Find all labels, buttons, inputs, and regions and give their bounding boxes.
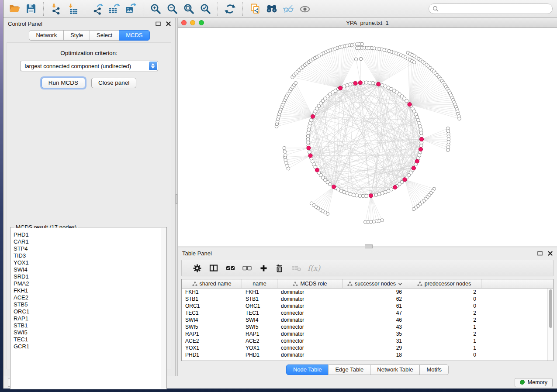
show-all-icon[interactable]	[297, 1, 313, 16]
cell-successor-nodes[interactable]: 35	[343, 331, 407, 337]
cell-successor-nodes[interactable]: 46	[343, 317, 407, 323]
cell-MCDS-role[interactable]: dominator	[277, 317, 343, 323]
deselect-all-icon[interactable]	[239, 265, 255, 271]
optimization-criterion-select[interactable]: largest connected component (undirected)	[20, 61, 158, 71]
cell-successor-nodes[interactable]: 96	[343, 289, 407, 295]
tab-select[interactable]: Select	[90, 30, 119, 41]
table-panel-divider[interactable]	[178, 246, 557, 248]
select-all-icon[interactable]	[222, 265, 239, 271]
cell-MCDS-role[interactable]: dominator	[277, 303, 343, 309]
table-row[interactable]: SWI4SWI4dominator462	[182, 316, 547, 323]
cell-shared-name[interactable]: ACE2	[182, 338, 242, 344]
delete-table-icon[interactable]	[288, 265, 305, 272]
cell-name[interactable]: PHD1	[242, 352, 277, 358]
network-canvas[interactable]	[178, 28, 557, 247]
network-window-titlebar[interactable]: YPA_prune.txt_1	[178, 18, 557, 28]
import-network-icon[interactable]	[48, 1, 64, 16]
find-icon[interactable]	[263, 1, 280, 16]
cell-predecessor-nodes[interactable]: 1	[407, 345, 481, 351]
mcds-result-item[interactable]: ORC1	[14, 308, 161, 315]
clone-network-icon[interactable]	[247, 1, 263, 16]
cell-predecessor-nodes[interactable]: 0	[407, 303, 481, 309]
refresh-layout-icon[interactable]	[222, 1, 239, 16]
table-row[interactable]: ORC1ORC1dominator610	[182, 303, 547, 309]
cell-name[interactable]: SWI5	[242, 324, 277, 330]
cell-predecessor-nodes[interactable]: 1	[407, 338, 481, 344]
mcds-result-item[interactable]: SRD1	[14, 273, 161, 280]
tab-style[interactable]: Style	[63, 30, 90, 41]
cell-predecessor-nodes[interactable]: 0	[407, 352, 481, 358]
cell-successor-nodes[interactable]: 43	[343, 324, 407, 330]
table-row[interactable]: ACE2ACE2connector311	[182, 337, 547, 344]
tab-network[interactable]: Network	[29, 30, 64, 41]
column-header-MCDS-role[interactable]: MCDS role	[277, 279, 343, 288]
cell-MCDS-role[interactable]: dominator	[277, 331, 343, 337]
table-row[interactable]: STB1STB1dominator620	[182, 296, 547, 303]
cell-MCDS-role[interactable]: dominator	[277, 352, 343, 358]
mcds-result-item[interactable]: FKH1	[14, 287, 161, 294]
memory-button[interactable]: Memory	[515, 378, 553, 387]
cell-predecessor-nodes[interactable]: 2	[407, 310, 481, 316]
table-row[interactable]: SWI5SWI5connector431	[182, 323, 547, 330]
search-input[interactable]	[441, 6, 549, 12]
cell-name[interactable]: STB1	[242, 296, 277, 302]
zoom-out-icon[interactable]	[164, 1, 180, 16]
cell-name[interactable]: RAP1	[242, 331, 277, 337]
tab-mcds[interactable]: MCDS	[119, 30, 149, 41]
mcds-result-item[interactable]: TEC1	[14, 336, 161, 343]
mcds-list-scrollbar[interactable]	[161, 228, 166, 389]
cell-successor-nodes[interactable]: 18	[343, 352, 407, 358]
cell-MCDS-role[interactable]: connector	[277, 345, 343, 351]
mcds-result-item[interactable]: STB1	[14, 322, 161, 329]
close-panel-icon[interactable]	[548, 251, 553, 256]
cell-shared-name[interactable]: TEC1	[182, 310, 242, 316]
zoom-fit-icon[interactable]	[180, 1, 197, 16]
cell-MCDS-role[interactable]: dominator	[277, 289, 343, 295]
column-header-shared-name[interactable]: shared name	[182, 279, 242, 288]
split-view-icon[interactable]	[205, 264, 222, 272]
mcds-result-item[interactable]: STB5	[14, 301, 161, 308]
mcds-result-item[interactable]: YOX1	[14, 259, 161, 266]
mcds-result-item[interactable]: SWI4	[14, 266, 161, 273]
zoom-in-icon[interactable]	[147, 1, 164, 16]
network-graph[interactable]	[178, 28, 557, 245]
cell-shared-name[interactable]: STB1	[182, 296, 242, 302]
cell-successor-nodes[interactable]: 61	[343, 303, 407, 309]
mcds-result-item[interactable]: STP4	[14, 245, 161, 252]
cell-predecessor-nodes[interactable]: 2	[407, 331, 481, 337]
table-row[interactable]: RAP1RAP1dominator352	[182, 330, 547, 337]
close-panel-icon[interactable]	[166, 21, 171, 26]
tab-network-table[interactable]: Network Table	[370, 364, 420, 375]
cell-shared-name[interactable]: ORC1	[182, 303, 242, 309]
cell-shared-name[interactable]: SWI4	[182, 317, 242, 323]
delete-column-icon[interactable]	[272, 264, 288, 272]
cell-MCDS-role[interactable]: connector	[277, 338, 343, 344]
mcds-result-list[interactable]: PHD1CAR1STP4TID3YOX1SWI4SRD1PMA2FKH1ACE2…	[11, 228, 161, 389]
table-row[interactable]: YOX1YOX1connector291	[182, 344, 547, 351]
close-window-icon[interactable]	[181, 20, 187, 25]
float-panel-icon[interactable]	[156, 21, 161, 26]
export-network-icon[interactable]	[89, 1, 106, 16]
mcds-result-item[interactable]: CAR1	[14, 238, 161, 245]
cell-shared-name[interactable]: YOX1	[182, 345, 242, 351]
panel-divider[interactable]	[175, 18, 178, 376]
cell-predecessor-nodes[interactable]: 0	[407, 296, 481, 302]
cell-predecessor-nodes[interactable]: 1	[407, 324, 481, 330]
mcds-result-item[interactable]: SWI5	[14, 329, 161, 336]
cell-name[interactable]: YOX1	[242, 345, 277, 351]
open-file-icon[interactable]	[6, 1, 23, 16]
cell-name[interactable]: TEC1	[242, 310, 277, 316]
zoom-selected-icon[interactable]	[197, 1, 214, 16]
mcds-result-item[interactable]: PMA2	[14, 280, 161, 287]
import-table-icon[interactable]	[64, 1, 81, 16]
cell-name[interactable]: SWI4	[242, 317, 277, 323]
cell-successor-nodes[interactable]: 47	[343, 310, 407, 316]
cell-MCDS-role[interactable]: dominator	[277, 296, 343, 302]
table-row[interactable]: TEC1TEC1connector472	[182, 309, 547, 316]
mcds-result-item[interactable]: GCR1	[14, 343, 161, 350]
run-mcds-button[interactable]: Run MCDS	[42, 78, 85, 88]
float-panel-icon[interactable]	[537, 251, 543, 256]
divider-handle[interactable]	[176, 194, 177, 204]
add-column-icon[interactable]	[255, 265, 272, 272]
cell-shared-name[interactable]: RAP1	[182, 331, 242, 337]
